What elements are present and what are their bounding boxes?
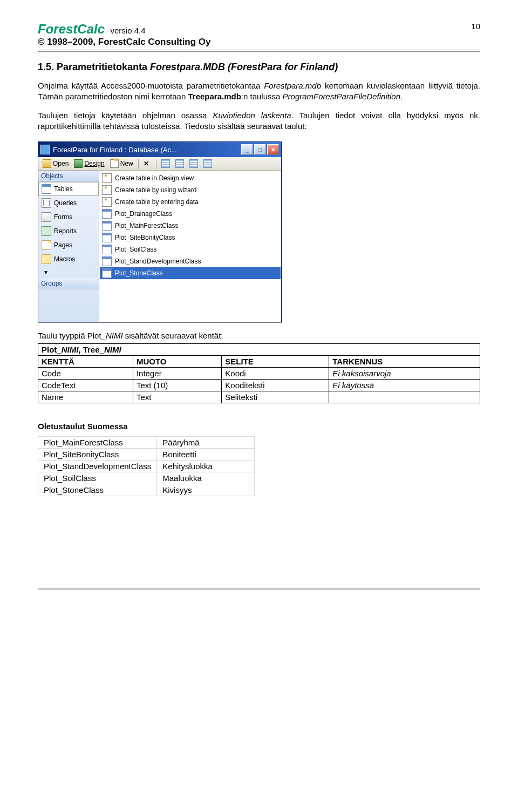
table-row: Plot_SoilClassMaaluokka	[38, 472, 255, 484]
app-version: versio 4.4	[111, 26, 146, 35]
db-toolbar: Open Design New ✕	[38, 157, 281, 171]
page-number: 10	[471, 22, 480, 31]
maximize-button[interactable]: □	[254, 144, 266, 155]
design-icon	[74, 159, 83, 168]
copyright: © 1998–2009, ForestCalc Consulting Oy	[38, 37, 480, 48]
smallicons-icon	[175, 159, 184, 168]
create-data-row[interactable]: Create table by entering data	[100, 196, 281, 208]
table-icon	[102, 245, 112, 254]
create-design-row[interactable]: Create table in Design view	[100, 172, 281, 184]
create-icon	[102, 173, 112, 183]
db-title: ForestPara for Finland : Database (Ac...	[53, 146, 241, 154]
table-row: Plot_MainForestClassPääryhmä	[38, 437, 255, 449]
col-tarkennus: TARKENNUS	[329, 356, 480, 368]
toolbar-separator	[156, 159, 156, 168]
table-icon	[102, 221, 112, 231]
queries-icon	[42, 198, 51, 208]
table-row[interactable]: Plot_SiteBonityClass	[100, 232, 281, 243]
defaults-heading: Oletustaulut Suomessa	[38, 422, 480, 431]
create-icon	[102, 185, 112, 195]
create-wizard-row[interactable]: Create table by using wizard	[100, 184, 281, 196]
largeicons-icon	[161, 159, 170, 168]
table-row: CodeText Text (10) Kooditeksti Ei käytös…	[38, 380, 480, 391]
table-row-selected[interactable]: Plot_StoneClass	[100, 267, 281, 279]
minimize-button[interactable]: _	[241, 144, 253, 155]
page-header: ForestCalc versio 4.4 © 1998–2009, Fores…	[38, 22, 480, 48]
rule	[38, 51, 480, 52]
sidebar-item-tables[interactable]: Tables	[38, 182, 99, 196]
pages-icon	[42, 240, 51, 250]
sidebar-item-reports[interactable]: Reports	[38, 224, 99, 238]
sidebar-item-macros[interactable]: Macros	[38, 252, 99, 266]
rule	[38, 588, 480, 588]
table-icon	[102, 268, 112, 278]
db-titlebar[interactable]: ForestPara for Finland : Database (Ac...…	[38, 142, 281, 157]
table-row[interactable]: Plot_SoilClass	[100, 243, 281, 255]
create-icon	[102, 197, 112, 207]
db-app-icon	[40, 145, 50, 154]
chevron-down-icon: ▾	[42, 268, 50, 276]
sidebar-group-objects[interactable]: Objects	[38, 171, 99, 182]
sidebar-item-pages[interactable]: Pages	[38, 238, 99, 252]
table-caption: Taulu tyyppiä Plot_NIMI sisältävät seura…	[38, 331, 480, 340]
schema-table: Plot_NIMI, Tree_NIMI KENTTÄ MUOTO SELITE…	[38, 343, 480, 403]
table-icon	[102, 233, 112, 242]
db-sidebar: Objects Tables Queries Forms Reports Pag…	[38, 171, 99, 322]
col-kentta: KENTTÄ	[38, 356, 133, 368]
schema-title: Plot_NIMI, Tree_NIMI	[38, 344, 480, 356]
toolbar-view-large[interactable]	[159, 158, 172, 169]
tables-icon	[42, 184, 51, 194]
col-muoto: MUOTO	[133, 356, 221, 368]
table-row: Name Text Seliteksti	[38, 391, 480, 403]
delete-icon: ✕	[144, 160, 151, 167]
rule	[38, 590, 480, 590]
sidebar-item-queries[interactable]: Queries	[38, 196, 99, 210]
db-window: ForestPara for Finland : Database (Ac...…	[38, 141, 282, 322]
new-icon	[110, 159, 119, 168]
sidebar-item-forms[interactable]: Forms	[38, 210, 99, 224]
close-button[interactable]: ✕	[267, 144, 279, 155]
table-row[interactable]: Plot_MainForestClass	[100, 220, 281, 232]
db-content: Create table in Design view Create table…	[99, 171, 281, 322]
toolbar-view-details[interactable]	[201, 158, 214, 169]
toolbar-open[interactable]: Open	[40, 158, 71, 169]
paragraph-2: Taulujen tietoja käytetään ohjelman osas…	[38, 110, 480, 132]
toolbar-new[interactable]: New	[108, 158, 135, 169]
paragraph-1: Ohjelma käyttää Access2000-muotoista par…	[38, 80, 480, 103]
table-row[interactable]: Plot_StandDevelopmentClass	[100, 255, 281, 267]
table-row: Plot_SiteBonityClassBoniteetti	[38, 449, 255, 461]
toolbar-delete[interactable]: ✕	[141, 159, 153, 168]
col-selite: SELITE	[222, 356, 329, 368]
forms-icon	[42, 212, 51, 222]
list-icon	[189, 159, 198, 168]
rule	[38, 50, 480, 50]
toolbar-separator	[138, 159, 139, 168]
toolbar-design[interactable]: Design	[72, 158, 106, 169]
table-row: Plot_StandDevelopmentClassKehitysluokka	[38, 461, 255, 472]
table-icon	[102, 209, 112, 219]
open-icon	[43, 159, 51, 168]
heading-em: Forestpara.MDB (ForestPara for Finland)	[150, 62, 338, 72]
toolbar-view-small[interactable]	[173, 158, 186, 169]
table-row: Code Integer Koodi Ei kaksoisarvoja	[38, 368, 480, 380]
heading-prefix: 1.5. Parametritietokanta	[38, 62, 150, 72]
toolbar-view-list[interactable]	[187, 158, 200, 169]
table-row[interactable]: Plot_DrainageClass	[100, 208, 281, 220]
details-icon	[203, 159, 212, 168]
reports-icon	[42, 226, 51, 236]
sidebar-item-more[interactable]: ▾	[38, 266, 99, 278]
section-heading: 1.5. Parametritietokanta Forestpara.MDB …	[38, 62, 480, 73]
table-icon	[102, 256, 112, 266]
sidebar-group-groups[interactable]: Groups	[38, 278, 99, 289]
table-row: Plot_StoneClassKivisyys	[38, 484, 255, 496]
app-title: ForestCalc	[38, 22, 105, 36]
macros-icon	[42, 254, 51, 264]
defaults-table: Plot_MainForestClassPääryhmä Plot_SiteBo…	[38, 436, 255, 496]
